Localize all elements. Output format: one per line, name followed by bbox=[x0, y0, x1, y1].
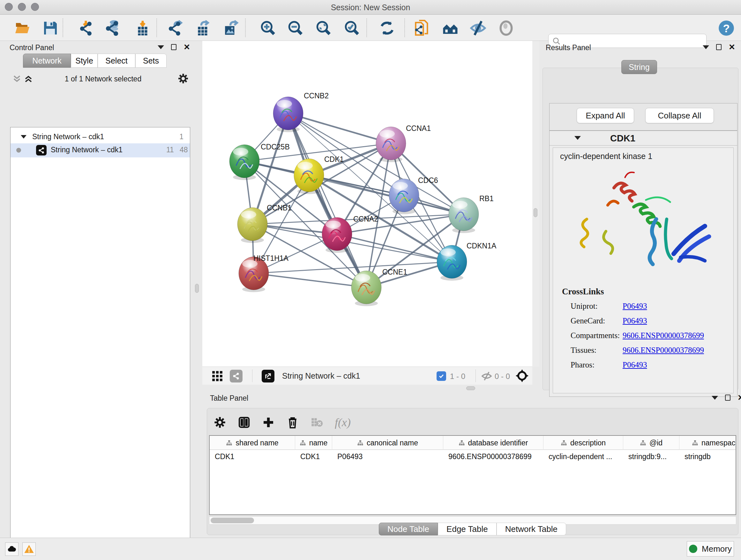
right-splitter-handle[interactable] bbox=[534, 208, 537, 217]
birds-eye-toggle-icon[interactable] bbox=[515, 369, 529, 383]
network-view-title: String Network – cdk1 bbox=[282, 371, 360, 381]
cloud-status-button[interactable] bbox=[5, 543, 18, 556]
create-column-plus-icon[interactable] bbox=[262, 416, 275, 429]
grid-view-icon[interactable] bbox=[211, 370, 223, 382]
table-cell[interactable]: stringdb:9... bbox=[623, 450, 679, 463]
horizontal-splitter-handle[interactable] bbox=[466, 386, 475, 390]
export-image-button[interactable] bbox=[222, 19, 240, 37]
hidden-items-icon[interactable] bbox=[481, 371, 492, 381]
import-network-from-database-button[interactable] bbox=[105, 19, 122, 37]
column-header-description[interactable]: description bbox=[543, 436, 623, 450]
column-header--id[interactable]: @id bbox=[623, 436, 679, 450]
crosslink-uniprot-link[interactable]: P06493 bbox=[623, 302, 647, 311]
crosslink-tissues-link[interactable]: 9606.ENSP00000378699 bbox=[623, 346, 704, 355]
table-panel-collapse-icon[interactable] bbox=[712, 396, 718, 400]
tab-edge-table[interactable]: Edge Table bbox=[438, 523, 496, 536]
crosslink-compartments-link[interactable]: 9606.ENSP00000378699 bbox=[623, 331, 704, 340]
tab-network-table[interactable]: Network Table bbox=[496, 523, 566, 536]
expand-all-button[interactable]: Expand All bbox=[577, 108, 634, 123]
edge-CCNB2-CCNA1[interactable] bbox=[288, 113, 391, 143]
node-CCNB2[interactable] bbox=[273, 97, 303, 130]
collapse-all-networks-icon[interactable] bbox=[12, 74, 22, 84]
node-CCNE1[interactable] bbox=[351, 271, 381, 304]
table-cell[interactable]: P06493 bbox=[332, 450, 443, 463]
results-panel-collapse-icon[interactable] bbox=[703, 45, 709, 49]
delete-column-trash-icon[interactable] bbox=[286, 416, 299, 429]
tab-select[interactable]: Select bbox=[98, 54, 135, 68]
results-panel-float-icon[interactable] bbox=[716, 44, 722, 50]
network-view-share-icon[interactable] bbox=[230, 370, 243, 382]
gene-entry-header[interactable]: CDK1 bbox=[549, 131, 737, 145]
crosslink-pharos-link[interactable]: P06493 bbox=[623, 361, 647, 369]
table-cell[interactable]: stringdb bbox=[679, 450, 736, 463]
open-session-button[interactable] bbox=[13, 19, 31, 37]
network-row-selected[interactable]: String Network – cdk1 11 48 bbox=[10, 143, 190, 158]
save-session-button[interactable] bbox=[42, 19, 59, 37]
tab-node-table[interactable]: Node Table bbox=[379, 523, 438, 536]
selected-checkbox-icon[interactable] bbox=[436, 371, 446, 381]
node-CDK1[interactable] bbox=[294, 159, 324, 192]
crosslink-genecard-link[interactable]: P06493 bbox=[623, 316, 647, 325]
gene-collapse-icon[interactable] bbox=[575, 136, 581, 140]
show-columns-icon[interactable] bbox=[238, 416, 251, 429]
export-network-button[interactable] bbox=[167, 19, 185, 37]
memory-button[interactable]: Memory bbox=[687, 541, 734, 557]
expand-all-networks-icon[interactable] bbox=[23, 74, 33, 84]
node-CDKN1A[interactable] bbox=[437, 245, 467, 278]
table-cell[interactable]: 9606.ENSP00000378699 bbox=[443, 450, 543, 463]
detach-view-icon[interactable] bbox=[262, 370, 274, 382]
tab-network[interactable]: Network bbox=[23, 54, 71, 68]
left-splitter-handle[interactable] bbox=[195, 284, 199, 293]
tab-string[interactable]: String bbox=[621, 60, 657, 74]
collapse-collection-icon[interactable] bbox=[21, 135, 26, 138]
zoom-fit-button[interactable] bbox=[315, 19, 333, 37]
tab-style[interactable]: Style bbox=[71, 54, 98, 68]
first-neighbors-button[interactable] bbox=[441, 19, 459, 37]
export-table-button[interactable] bbox=[194, 19, 212, 37]
warnings-button[interactable] bbox=[22, 543, 36, 556]
node-CCNB1[interactable] bbox=[238, 207, 267, 241]
new-network-from-selection-button[interactable] bbox=[413, 19, 431, 37]
zoom-in-button[interactable] bbox=[259, 19, 277, 37]
edge-HIST1H1A-CCNE1[interactable] bbox=[254, 273, 366, 287]
node-CCNA1[interactable] bbox=[376, 127, 406, 160]
table-options-gear-icon[interactable] bbox=[213, 416, 226, 429]
table-panel-close-icon[interactable]: ✕ bbox=[738, 395, 741, 401]
column-header-namespace[interactable]: namespace bbox=[679, 436, 736, 450]
table-cell[interactable]: cyclin-dependent ... bbox=[543, 450, 623, 463]
table-cell[interactable]: CDK1 bbox=[210, 450, 295, 463]
network-graph[interactable]: CCNB2CCNA1CDC25BCDK1CDC6RB1CCNB1CCNA2CDK… bbox=[202, 41, 532, 367]
table-hscrollbar-thumb[interactable] bbox=[211, 517, 254, 523]
results-panel-close-icon[interactable]: ✕ bbox=[729, 44, 735, 50]
table-cell[interactable]: CDK1 bbox=[295, 450, 332, 463]
zoom-out-button[interactable] bbox=[286, 19, 305, 37]
help-button[interactable]: ? bbox=[718, 19, 735, 37]
tab-sets[interactable]: Sets bbox=[135, 54, 166, 68]
node-CCNA2[interactable] bbox=[322, 217, 352, 251]
network-collection-row[interactable]: String Network – cdk1 1 bbox=[10, 131, 190, 144]
column-header-database-identifier[interactable]: database identifier bbox=[443, 436, 543, 450]
import-network-from-file-button[interactable] bbox=[77, 19, 95, 37]
node-CDC6[interactable] bbox=[389, 179, 419, 212]
table-panel-float-icon[interactable] bbox=[725, 395, 731, 401]
edge-CDK1-RB1[interactable] bbox=[309, 175, 464, 214]
column-header-shared-name[interactable]: shared name bbox=[210, 436, 295, 450]
edge-CCNB2-CCNE1[interactable] bbox=[288, 113, 366, 287]
node-CDC25B[interactable] bbox=[229, 145, 259, 178]
zoom-selected-button[interactable] bbox=[343, 19, 361, 37]
collapse-all-button[interactable]: Collapse All bbox=[645, 108, 714, 123]
hide-selection-button[interactable] bbox=[469, 19, 487, 37]
show-all-button[interactable] bbox=[497, 19, 515, 37]
column-header-name[interactable]: name bbox=[295, 436, 332, 450]
column-header-canonical-name[interactable]: canonical name bbox=[332, 436, 443, 450]
zoom-out-icon bbox=[287, 20, 304, 36]
network-canvas[interactable]: CCNB2CCNA1CDC25BCDK1CDC6RB1CCNB1CCNA2CDK… bbox=[202, 41, 532, 367]
import-table-from-file-button[interactable] bbox=[134, 19, 151, 37]
control-panel-close-icon[interactable]: ✕ bbox=[184, 44, 190, 50]
apply-layout-button[interactable] bbox=[378, 19, 396, 37]
node-RB1[interactable] bbox=[449, 198, 479, 231]
network-options-gear-icon[interactable] bbox=[178, 73, 189, 84]
control-panel-float-icon[interactable] bbox=[171, 44, 177, 50]
right-splitter bbox=[532, 41, 539, 367]
control-panel-collapse-icon[interactable] bbox=[158, 45, 164, 49]
